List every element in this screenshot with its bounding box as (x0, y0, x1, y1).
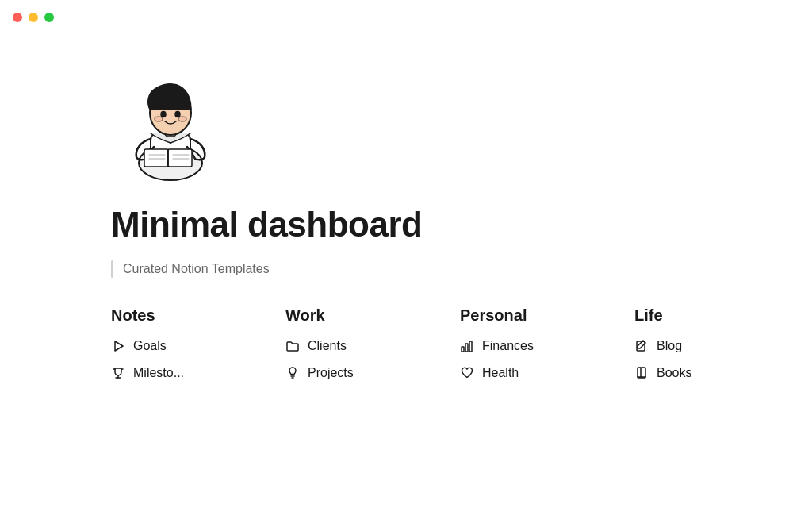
svg-point-14 (178, 113, 179, 114)
item-label-finances: Finances (482, 339, 534, 353)
item-goals[interactable]: Goals (111, 337, 238, 355)
svg-rect-24 (469, 341, 472, 352)
item-finances[interactable]: Finances (460, 337, 587, 355)
item-label-books: Books (657, 366, 691, 380)
svg-point-15 (155, 117, 163, 121)
book-icon (634, 366, 649, 380)
trophy-icon (111, 366, 125, 380)
lightbulb-icon (285, 366, 300, 380)
item-label-milestones: Milesto... (133, 366, 184, 380)
subtitle-text: Curated Notion Templates (123, 262, 270, 276)
item-label-clients: Clients (308, 339, 347, 353)
subtitle-border (111, 260, 113, 278)
item-blog[interactable]: Blog (634, 337, 761, 355)
column-personal: Personal Finances Health (460, 306, 587, 382)
item-label-health: Health (482, 366, 519, 380)
column-header-life: Life (634, 306, 761, 325)
main-content: Minimal dashboard Curated Notion Templat… (0, 0, 812, 382)
item-label-blog: Blog (657, 339, 682, 353)
column-header-work: Work (285, 306, 412, 325)
item-projects[interactable]: Projects (285, 364, 412, 382)
maximize-button[interactable] (44, 13, 54, 22)
svg-point-16 (178, 117, 186, 121)
play-icon (111, 339, 125, 353)
item-label-goals: Goals (133, 339, 167, 353)
item-milestones[interactable]: Milesto... (111, 364, 238, 382)
svg-point-13 (163, 113, 165, 114)
close-button[interactable] (13, 13, 22, 22)
column-notes: Notes Goals Milesto... (111, 306, 238, 382)
traffic-lights (13, 13, 54, 22)
item-clients[interactable]: Clients (285, 337, 412, 355)
svg-rect-3 (168, 149, 192, 167)
column-header-notes: Notes (111, 306, 238, 325)
column-work: Work Clients Projects (285, 306, 412, 382)
svg-rect-23 (465, 344, 468, 352)
subtitle-block: Curated Notion Templates (111, 260, 812, 278)
item-books[interactable]: Books (634, 364, 761, 382)
heart-icon (460, 366, 474, 380)
character-illustration (111, 64, 230, 183)
svg-rect-2 (144, 149, 168, 167)
minimize-button[interactable] (29, 13, 38, 22)
item-label-projects: Projects (308, 366, 354, 380)
svg-marker-17 (115, 341, 123, 351)
folder-icon (285, 339, 300, 353)
edit-icon (634, 339, 649, 353)
item-health[interactable]: Health (460, 364, 587, 382)
page-title: Minimal dashboard (111, 205, 812, 244)
svg-rect-22 (462, 347, 464, 352)
dashboard-grid: Notes Goals Milesto... (111, 306, 812, 382)
barchart-icon (460, 339, 474, 353)
column-header-personal: Personal (460, 306, 587, 325)
column-life: Life Blog Books (634, 306, 761, 382)
